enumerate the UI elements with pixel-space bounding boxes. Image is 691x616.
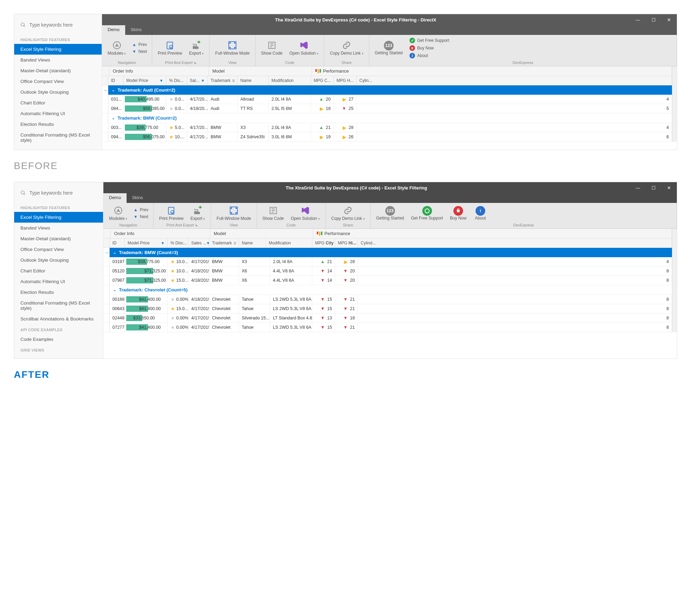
buy-now-button[interactable]: Buy Now	[446, 205, 470, 222]
next-button[interactable]: ▼Next	[129, 48, 150, 55]
export-button[interactable]: Export▾	[186, 39, 208, 57]
col-mpg-hwy[interactable]: MPG Hi...	[335, 239, 358, 248]
buy-now-link[interactable]: ▾Buy Now	[409, 45, 449, 51]
get-support-link[interactable]: ✓Get Free Support	[409, 38, 449, 43]
table-row[interactable]: 03197 $39,775.00 ★ 10.0... 4/17/2019 BMW…	[103, 257, 672, 267]
col-price[interactable]: Model Price▼	[123, 76, 166, 85]
sidebar-item[interactable]: Automatic Filtering UI	[14, 276, 103, 287]
sidebar-item[interactable]: Excel Style Filtering	[14, 44, 102, 55]
table-row[interactable]: 07277 $41,400.00 ★ 0.00% 4/17/2019 Chevr…	[103, 323, 672, 332]
col-sale[interactable]: Sal...▼	[187, 76, 208, 85]
table-row[interactable]: 094... $56,075.00 ★ 10.... 4/17/20... BM…	[102, 132, 672, 142]
minimize-button[interactable]: —	[630, 182, 646, 193]
print-preview-button[interactable]: Print Preview	[154, 39, 186, 57]
sidebar-item[interactable]: Automatic Filtering UI	[14, 108, 102, 119]
col-name[interactable]: Name	[238, 76, 269, 85]
table-row[interactable]: 07987 $71,325.00 ★ 15.0... 4/18/2019 BMW…	[103, 276, 672, 285]
table-row[interactable]: 00188 $41,400.00 ★ 0.00% 4/18/2019 Chevr…	[103, 295, 672, 304]
col-trademark[interactable]: Trademark≣	[208, 76, 238, 85]
col-cylinders[interactable]: Cylind...	[358, 239, 672, 248]
sidebar-item[interactable]: Master-Detail (standard)	[14, 65, 102, 76]
sidebar-item[interactable]: Outlook Style Grouping	[14, 87, 102, 97]
sidebar-item[interactable]: Office Compact View	[14, 76, 102, 87]
sidebar-item[interactable]: Banded Views	[14, 55, 102, 65]
search-input[interactable]	[29, 190, 97, 196]
prev-button[interactable]: ▲Prev	[131, 206, 151, 213]
sidebar-item[interactable]: Master-Detail (standard)	[14, 233, 103, 244]
col-mpg-city[interactable]: MPG C...	[311, 76, 334, 85]
tab-skins[interactable]: Skins	[127, 193, 149, 203]
print-preview-button[interactable]: Print Preview	[156, 204, 187, 222]
group-row[interactable]: ⌄Trademark: BMW (Count=2)	[108, 113, 672, 123]
col-modification[interactable]: Modification	[269, 76, 311, 85]
col-discount[interactable]: % Dis...	[166, 76, 187, 85]
full-window-button[interactable]: Full-Window Mode	[212, 39, 253, 57]
modules-button[interactable]: Modules▾	[104, 39, 129, 57]
table-row[interactable]: 031... $40,495.00 ★ 0.0... 4/17/20... Au…	[102, 95, 672, 104]
table-row[interactable]: 05120 $71,325.00 ★ 10.0... 4/18/2019 BMW…	[103, 267, 672, 276]
sidebar-item[interactable]: Conditional Formatting (MS Excel style)	[14, 298, 103, 314]
copy-demo-link-button[interactable]: Copy Demo Link▾	[326, 39, 367, 57]
sidebar-item[interactable]: Scrollbar Annotations & Bookmarks	[14, 314, 103, 324]
col-price[interactable]: Model Price▼	[125, 239, 168, 248]
minimize-button[interactable]: —	[630, 14, 646, 25]
maximize-button[interactable]: ☐	[646, 182, 661, 193]
vertical-scrollbar[interactable]	[672, 66, 677, 142]
tab-skins[interactable]: Skins	[125, 25, 147, 35]
group-row[interactable]: ⌄Trademark: BMW (Count=3)	[110, 248, 672, 257]
filter-icon[interactable]: ▼	[201, 78, 205, 83]
sidebar-item[interactable]: Chart Editor	[14, 97, 102, 108]
about-link[interactable]: iAbout	[409, 53, 449, 58]
sidebar-item[interactable]: Code Examples	[14, 334, 103, 345]
getting-started-button[interactable]: 123Getting Started	[371, 39, 406, 57]
band-performance[interactable]: Performance	[312, 66, 672, 76]
col-id[interactable]: ID	[110, 239, 125, 248]
col-modification[interactable]: Modification	[266, 239, 312, 248]
band-performance[interactable]: Performance	[313, 229, 672, 238]
getting-started-button[interactable]: 123Getting Started	[373, 205, 408, 222]
prev-button[interactable]: ▲Prev	[129, 41, 150, 48]
sidebar-item[interactable]: Election Results	[14, 119, 102, 130]
col-cylinders[interactable]: Cylin...	[357, 76, 672, 85]
tab-demo[interactable]: Demo	[102, 25, 125, 35]
sidebar-item[interactable]: Chart Editor	[14, 265, 103, 276]
col-mpg-hwy[interactable]: MPG H...	[334, 76, 357, 85]
full-window-button[interactable]: Full-Window Mode	[213, 204, 254, 222]
col-trademark[interactable]: Trademark≣	[209, 239, 239, 248]
close-button[interactable]: ✕	[661, 14, 677, 25]
sidebar-item[interactable]: Conditional Formatting (MS Excel style)	[14, 130, 102, 146]
show-code-button[interactable]: Show Code	[258, 39, 286, 57]
sidebar-item[interactable]: Excel Style Filtering	[14, 212, 103, 223]
get-support-button[interactable]: Get Free Support	[407, 205, 446, 222]
copy-demo-link-button[interactable]: Copy Demo Link▾	[328, 204, 368, 222]
col-sale[interactable]: Sales ...▼	[188, 239, 209, 248]
tab-demo[interactable]: Demo	[103, 193, 127, 203]
group-row[interactable]: ⌄Trademark: Chevrolet (Count=5)	[110, 285, 672, 295]
open-solution-button[interactable]: Open Solution▾	[286, 39, 322, 57]
band-order[interactable]: Order Info	[109, 66, 209, 76]
group-row[interactable]: ⌄Trademark: Audi (Count=2)	[108, 85, 672, 95]
sidebar-item[interactable]: Outlook Style Grouping	[14, 255, 103, 265]
next-button[interactable]: ▼Next	[131, 213, 151, 220]
search-input[interactable]	[29, 22, 95, 28]
close-button[interactable]: ✕	[661, 182, 677, 193]
table-row[interactable]: 00643 $41,400.00 ★ 15.0... 4/17/2019 Che…	[103, 304, 672, 314]
search-box[interactable]	[14, 18, 102, 34]
table-row[interactable]: 003... $39,775.00 ★ 5.0... 4/17/20... BM…	[102, 123, 672, 132]
modules-button[interactable]: Modules▾	[105, 204, 131, 222]
about-button[interactable]: iAbout	[470, 205, 491, 222]
sidebar-item[interactable]: Banded Views	[14, 223, 103, 233]
filter-icon[interactable]: ▼	[206, 241, 209, 245]
search-box[interactable]	[14, 186, 103, 202]
export-button[interactable]: Export▾	[187, 204, 209, 222]
maximize-button[interactable]: ☐	[646, 14, 661, 25]
col-name[interactable]: Name	[239, 239, 266, 248]
col-id[interactable]: ID	[108, 76, 123, 85]
show-code-button[interactable]: Show Code	[259, 204, 287, 222]
table-row[interactable]: 084... $58,095.00 ★ 0.0... 4/18/20... Au…	[102, 104, 672, 113]
col-discount[interactable]: % Disc...	[168, 239, 188, 248]
col-mpg-city[interactable]: MPG City	[312, 239, 335, 248]
vertical-scrollbar[interactable]	[672, 229, 677, 332]
band-model[interactable]: Model	[209, 66, 312, 76]
band-order[interactable]: Order Info	[111, 229, 210, 238]
